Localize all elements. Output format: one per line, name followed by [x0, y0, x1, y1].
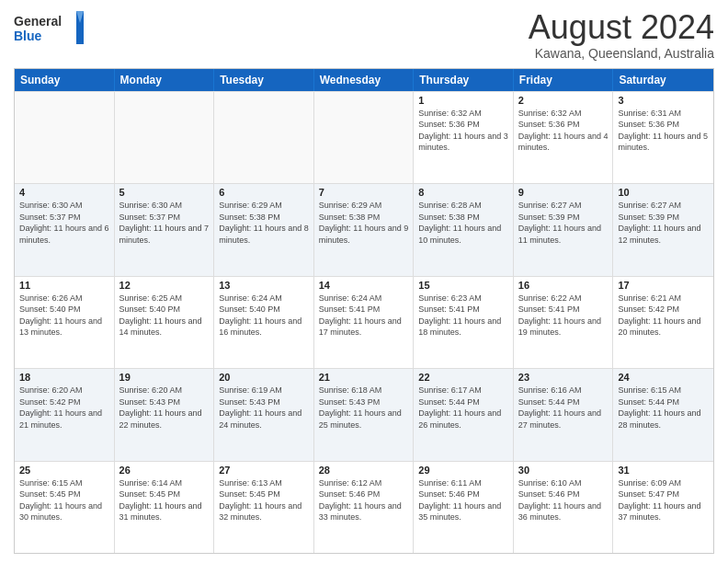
day-number: 1: [418, 95, 508, 106]
cal-cell-0-4: 1Sunrise: 6:32 AM Sunset: 5:36 PM Daylig…: [414, 92, 514, 183]
day-info: Sunrise: 6:30 AM Sunset: 5:37 PM Dayligh…: [119, 200, 210, 246]
day-number: 10: [618, 187, 709, 198]
cal-cell-0-5: 2Sunrise: 6:32 AM Sunset: 5:36 PM Daylig…: [514, 92, 614, 183]
cal-cell-1-5: 9Sunrise: 6:27 AM Sunset: 5:39 PM Daylig…: [514, 184, 614, 275]
cal-cell-4-0: 25Sunrise: 6:15 AM Sunset: 5:45 PM Dayli…: [15, 462, 115, 553]
day-number: 8: [418, 187, 508, 198]
cal-cell-3-6: 24Sunrise: 6:15 AM Sunset: 5:44 PM Dayli…: [613, 369, 713, 460]
cal-cell-0-2: [214, 92, 314, 183]
day-info: Sunrise: 6:24 AM Sunset: 5:41 PM Dayligh…: [319, 293, 409, 339]
day-info: Sunrise: 6:31 AM Sunset: 5:36 PM Dayligh…: [618, 108, 709, 154]
day-header-thursday: Thursday: [414, 69, 514, 91]
day-number: 22: [418, 372, 508, 383]
day-number: 13: [219, 280, 309, 291]
svg-text:Blue: Blue: [14, 29, 42, 43]
cal-cell-0-3: [314, 92, 415, 183]
week-row-1: 4Sunrise: 6:30 AM Sunset: 5:37 PM Daylig…: [15, 183, 713, 275]
day-header-monday: Monday: [115, 69, 215, 91]
cal-cell-3-1: 19Sunrise: 6:20 AM Sunset: 5:43 PM Dayli…: [115, 369, 215, 460]
calendar-body: 1Sunrise: 6:32 AM Sunset: 5:36 PM Daylig…: [15, 91, 713, 553]
day-number: 9: [518, 187, 609, 198]
day-number: 25: [19, 465, 109, 476]
day-info: Sunrise: 6:13 AM Sunset: 5:45 PM Dayligh…: [219, 477, 309, 523]
calendar-header: SundayMondayTuesdayWednesdayThursdayFrid…: [15, 69, 713, 91]
day-info: Sunrise: 6:27 AM Sunset: 5:39 PM Dayligh…: [618, 200, 709, 246]
cal-cell-0-0: [15, 92, 115, 183]
day-number: 23: [518, 372, 609, 383]
day-info: Sunrise: 6:32 AM Sunset: 5:36 PM Dayligh…: [418, 108, 508, 154]
day-number: 21: [319, 372, 409, 383]
cal-cell-2-5: 16Sunrise: 6:22 AM Sunset: 5:41 PM Dayli…: [514, 277, 614, 368]
day-number: 4: [19, 187, 109, 198]
cal-cell-2-4: 15Sunrise: 6:23 AM Sunset: 5:41 PM Dayli…: [414, 277, 514, 368]
day-number: 20: [219, 372, 309, 383]
day-number: 18: [19, 372, 109, 383]
day-info: Sunrise: 6:26 AM Sunset: 5:40 PM Dayligh…: [19, 293, 109, 339]
day-header-sunday: Sunday: [15, 69, 115, 91]
day-info: Sunrise: 6:27 AM Sunset: 5:39 PM Dayligh…: [518, 200, 609, 246]
day-number: 26: [119, 465, 210, 476]
cal-cell-2-1: 12Sunrise: 6:25 AM Sunset: 5:40 PM Dayli…: [115, 277, 215, 368]
cal-cell-3-2: 20Sunrise: 6:19 AM Sunset: 5:43 PM Dayli…: [214, 369, 314, 460]
day-number: 5: [119, 187, 210, 198]
page: General Blue August 2024 Kawana, Queensl…: [0, 0, 728, 563]
day-info: Sunrise: 6:21 AM Sunset: 5:42 PM Dayligh…: [618, 293, 709, 339]
calendar: SundayMondayTuesdayWednesdayThursdayFrid…: [14, 68, 714, 554]
cal-cell-4-1: 26Sunrise: 6:14 AM Sunset: 5:45 PM Dayli…: [115, 462, 215, 553]
day-number: 7: [319, 187, 409, 198]
day-info: Sunrise: 6:30 AM Sunset: 5:37 PM Dayligh…: [19, 200, 109, 246]
cal-cell-3-3: 21Sunrise: 6:18 AM Sunset: 5:43 PM Dayli…: [314, 369, 415, 460]
day-number: 17: [618, 280, 709, 291]
day-number: 30: [518, 465, 609, 476]
day-info: Sunrise: 6:20 AM Sunset: 5:43 PM Dayligh…: [119, 385, 210, 431]
day-info: Sunrise: 6:22 AM Sunset: 5:41 PM Dayligh…: [518, 293, 609, 339]
cal-cell-1-0: 4Sunrise: 6:30 AM Sunset: 5:37 PM Daylig…: [15, 184, 115, 275]
cal-cell-2-0: 11Sunrise: 6:26 AM Sunset: 5:40 PM Dayli…: [15, 277, 115, 368]
day-info: Sunrise: 6:25 AM Sunset: 5:40 PM Dayligh…: [119, 293, 210, 339]
week-row-4: 25Sunrise: 6:15 AM Sunset: 5:45 PM Dayli…: [15, 461, 713, 553]
cal-cell-1-2: 6Sunrise: 6:29 AM Sunset: 5:38 PM Daylig…: [214, 184, 314, 275]
day-number: 29: [418, 465, 508, 476]
cal-cell-0-1: [115, 92, 215, 183]
day-number: 12: [119, 280, 210, 291]
day-header-saturday: Saturday: [613, 69, 713, 91]
day-info: Sunrise: 6:14 AM Sunset: 5:45 PM Dayligh…: [119, 477, 210, 523]
day-info: Sunrise: 6:29 AM Sunset: 5:38 PM Dayligh…: [219, 200, 309, 246]
day-header-friday: Friday: [514, 69, 614, 91]
week-row-2: 11Sunrise: 6:26 AM Sunset: 5:40 PM Dayli…: [15, 276, 713, 368]
day-number: 3: [618, 95, 709, 106]
cal-cell-1-3: 7Sunrise: 6:29 AM Sunset: 5:38 PM Daylig…: [314, 184, 415, 275]
cal-cell-0-6: 3Sunrise: 6:31 AM Sunset: 5:36 PM Daylig…: [613, 92, 713, 183]
day-info: Sunrise: 6:16 AM Sunset: 5:44 PM Dayligh…: [518, 385, 609, 431]
day-info: Sunrise: 6:23 AM Sunset: 5:41 PM Dayligh…: [418, 293, 508, 339]
cal-cell-4-4: 29Sunrise: 6:11 AM Sunset: 5:46 PM Dayli…: [414, 462, 514, 553]
day-number: 24: [618, 372, 709, 383]
week-row-0: 1Sunrise: 6:32 AM Sunset: 5:36 PM Daylig…: [15, 91, 713, 183]
location-subtitle: Kawana, Queensland, Australia: [529, 46, 714, 61]
title-area: August 2024 Kawana, Queensland, Australi…: [529, 9, 714, 61]
day-info: Sunrise: 6:09 AM Sunset: 5:47 PM Dayligh…: [618, 477, 709, 523]
day-number: 14: [319, 280, 409, 291]
cal-cell-1-1: 5Sunrise: 6:30 AM Sunset: 5:37 PM Daylig…: [115, 184, 215, 275]
day-info: Sunrise: 6:11 AM Sunset: 5:46 PM Dayligh…: [418, 477, 508, 523]
day-number: 16: [518, 280, 609, 291]
day-info: Sunrise: 6:15 AM Sunset: 5:44 PM Dayligh…: [618, 385, 709, 431]
day-info: Sunrise: 6:29 AM Sunset: 5:38 PM Dayligh…: [319, 200, 409, 246]
cal-cell-2-2: 13Sunrise: 6:24 AM Sunset: 5:40 PM Dayli…: [214, 277, 314, 368]
logo: General Blue: [14, 9, 87, 48]
day-info: Sunrise: 6:20 AM Sunset: 5:42 PM Dayligh…: [19, 385, 109, 431]
cal-cell-2-3: 14Sunrise: 6:24 AM Sunset: 5:41 PM Dayli…: [314, 277, 415, 368]
cal-cell-4-6: 31Sunrise: 6:09 AM Sunset: 5:47 PM Dayli…: [613, 462, 713, 553]
day-header-wednesday: Wednesday: [314, 69, 415, 91]
logo-icon: General Blue: [14, 9, 87, 48]
header: General Blue August 2024 Kawana, Queensl…: [14, 9, 714, 61]
cal-cell-4-2: 27Sunrise: 6:13 AM Sunset: 5:45 PM Dayli…: [214, 462, 314, 553]
day-number: 6: [219, 187, 309, 198]
day-number: 31: [618, 465, 709, 476]
day-number: 11: [19, 280, 109, 291]
day-number: 19: [119, 372, 210, 383]
day-number: 28: [319, 465, 409, 476]
cal-cell-4-3: 28Sunrise: 6:12 AM Sunset: 5:46 PM Dayli…: [314, 462, 415, 553]
day-header-tuesday: Tuesday: [214, 69, 314, 91]
svg-text:General: General: [14, 14, 62, 29]
